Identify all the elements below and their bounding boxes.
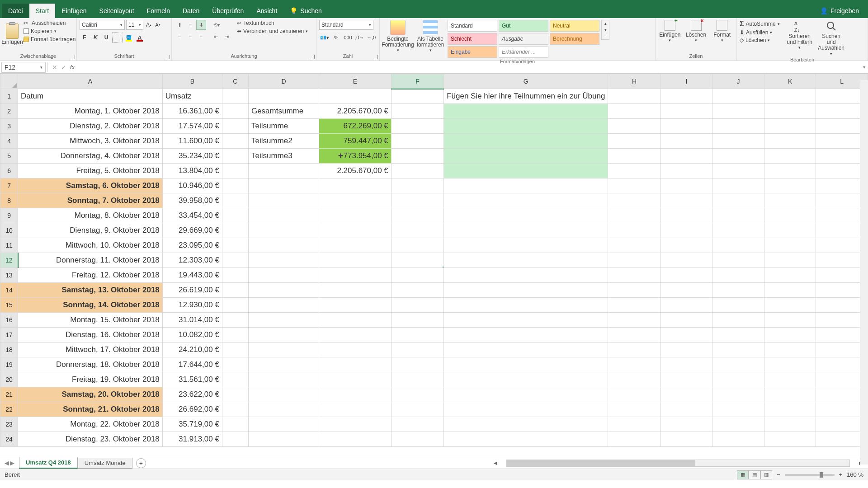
- cell-G17[interactable]: [444, 328, 608, 343]
- cell-J18[interactable]: [712, 343, 764, 357]
- borders-button[interactable]: [112, 33, 123, 42]
- cell-A11[interactable]: Mittwoch, 10. Oktober 2018: [18, 238, 163, 253]
- sheet-tab-other[interactable]: Umsatz Monate: [78, 458, 132, 469]
- cell-E3[interactable]: 672.269,00 €: [319, 119, 392, 134]
- number-launcher-icon[interactable]: [373, 55, 378, 59]
- italic-button[interactable]: K: [90, 33, 100, 42]
- cell-J16[interactable]: [712, 313, 764, 328]
- cell-B3[interactable]: 17.574,00 €: [162, 119, 222, 134]
- cell-B12[interactable]: 12.303,00 €: [162, 253, 222, 268]
- cell-D15[interactable]: [248, 298, 319, 313]
- cell-J15[interactable]: [712, 298, 764, 313]
- cell-C1[interactable]: [222, 89, 248, 104]
- cell-D24[interactable]: [248, 432, 319, 447]
- cell-J10[interactable]: [712, 223, 764, 238]
- cell-C16[interactable]: [222, 313, 248, 328]
- cell-I5[interactable]: [660, 149, 712, 164]
- cell-I3[interactable]: [660, 119, 712, 134]
- tab-view[interactable]: Ansicht: [250, 4, 283, 18]
- cell-K21[interactable]: [764, 387, 816, 402]
- fill-color-button[interactable]: 🪣: [124, 33, 134, 42]
- cell-E11[interactable]: [319, 238, 392, 253]
- cell-A8[interactable]: Sonntag, 7. Oktober 2018: [18, 193, 163, 208]
- zoom-slider[interactable]: [785, 474, 835, 476]
- cell-C9[interactable]: [222, 208, 248, 223]
- wrap-text-button[interactable]: ↩Textumbruch: [237, 20, 308, 26]
- row-header-18[interactable]: 18: [0, 343, 18, 357]
- cell-A6[interactable]: Freitag, 5. Oktober 2018: [18, 164, 163, 178]
- cell-C24[interactable]: [222, 432, 248, 447]
- cell-G24[interactable]: [444, 432, 608, 447]
- thousands-format-button[interactable]: 000: [343, 33, 354, 42]
- cell-B18[interactable]: 24.210,00 €: [162, 343, 222, 357]
- bold-button[interactable]: F: [80, 33, 90, 42]
- row-header-8[interactable]: 8: [0, 193, 18, 208]
- cell-I9[interactable]: [660, 208, 712, 223]
- cell-A20[interactable]: Freitag, 19. Oktober 2018: [18, 372, 163, 387]
- cell-I20[interactable]: [660, 372, 712, 387]
- merge-center-button[interactable]: ⬌Verbinden und zentrieren▾: [237, 28, 308, 34]
- cell-C13[interactable]: [222, 268, 248, 283]
- cell-B13[interactable]: 19.443,00 €: [162, 268, 222, 283]
- cell-C18[interactable]: [222, 343, 248, 357]
- row-header-10[interactable]: 10: [0, 223, 18, 238]
- cell-J1[interactable]: [712, 89, 764, 104]
- cell-D23[interactable]: [248, 417, 319, 432]
- cell-G9[interactable]: [444, 208, 608, 223]
- align-center-button[interactable]: ≡: [185, 31, 195, 41]
- cell-D2[interactable]: Gesamtsumme: [248, 104, 319, 119]
- cell-C10[interactable]: [222, 223, 248, 238]
- cell-H15[interactable]: [608, 298, 660, 313]
- cell-H12[interactable]: [608, 253, 660, 268]
- cell-B7[interactable]: 10.946,00 €: [162, 178, 222, 193]
- cell-I10[interactable]: [660, 223, 712, 238]
- hscroll-left[interactable]: ◀: [492, 460, 499, 467]
- cell-I11[interactable]: [660, 238, 712, 253]
- sheet-tab-active[interactable]: Umsatz Q4 2018: [19, 457, 78, 469]
- cell-K12[interactable]: [764, 253, 816, 268]
- format-cells-button[interactable]: Format▾: [710, 20, 734, 42]
- row-header-15[interactable]: 15: [0, 298, 18, 313]
- formula-bar-expand[interactable]: ▾: [860, 65, 868, 70]
- cell-G11[interactable]: [444, 238, 608, 253]
- cell-A7[interactable]: Samstag, 6. Oktober 2018: [18, 178, 163, 193]
- cell-C21[interactable]: [222, 387, 248, 402]
- vertical-scrollbar[interactable]: [860, 80, 868, 465]
- horizontal-scrollbar[interactable]: [506, 460, 850, 467]
- cell-K7[interactable]: [764, 178, 816, 193]
- cell-I16[interactable]: [660, 313, 712, 328]
- cancel-formula-button[interactable]: ✕: [52, 64, 57, 71]
- cell-C4[interactable]: [222, 134, 248, 149]
- view-pagelayout-button[interactable]: ▤: [749, 470, 760, 479]
- cell-J3[interactable]: [712, 119, 764, 134]
- col-header-D[interactable]: D: [248, 74, 319, 89]
- tell-me-search[interactable]: 💡 Suchen: [283, 7, 328, 14]
- cell-F5[interactable]: [391, 149, 443, 164]
- row-header-12[interactable]: 12: [0, 253, 18, 268]
- tab-start[interactable]: Start: [29, 4, 56, 18]
- cell-F16[interactable]: [391, 313, 443, 328]
- accounting-format-button[interactable]: 💶▾: [319, 33, 330, 42]
- row-header-5[interactable]: 5: [0, 149, 18, 164]
- view-normal-button[interactable]: ▦: [737, 470, 749, 479]
- cell-H17[interactable]: [608, 328, 660, 343]
- cell-E19[interactable]: [319, 357, 392, 372]
- cell-A24[interactable]: Dienstag, 23. Oktober 2018: [18, 432, 163, 447]
- col-header-K[interactable]: K: [764, 74, 816, 89]
- align-right-button[interactable]: ≡: [196, 31, 206, 41]
- cell-E1[interactable]: [319, 89, 392, 104]
- font-size-combo[interactable]: 11▾: [126, 20, 143, 30]
- cell-K3[interactable]: [764, 119, 816, 134]
- cell-C19[interactable]: [222, 357, 248, 372]
- cell-J7[interactable]: [712, 178, 764, 193]
- cell-C5[interactable]: [222, 149, 248, 164]
- cell-H6[interactable]: [608, 164, 660, 178]
- cut-button[interactable]: ✂Ausschneiden: [24, 20, 75, 26]
- autosum-button[interactable]: ΣAutoSumme▾: [740, 20, 780, 28]
- row-header-21[interactable]: 21: [0, 387, 18, 402]
- cell-B24[interactable]: 31.913,00 €: [162, 432, 222, 447]
- cell-H10[interactable]: [608, 223, 660, 238]
- cell-A19[interactable]: Donnerstag, 18. Oktober 2018: [18, 357, 163, 372]
- cell-F8[interactable]: [391, 193, 443, 208]
- row-header-9[interactable]: 9: [0, 208, 18, 223]
